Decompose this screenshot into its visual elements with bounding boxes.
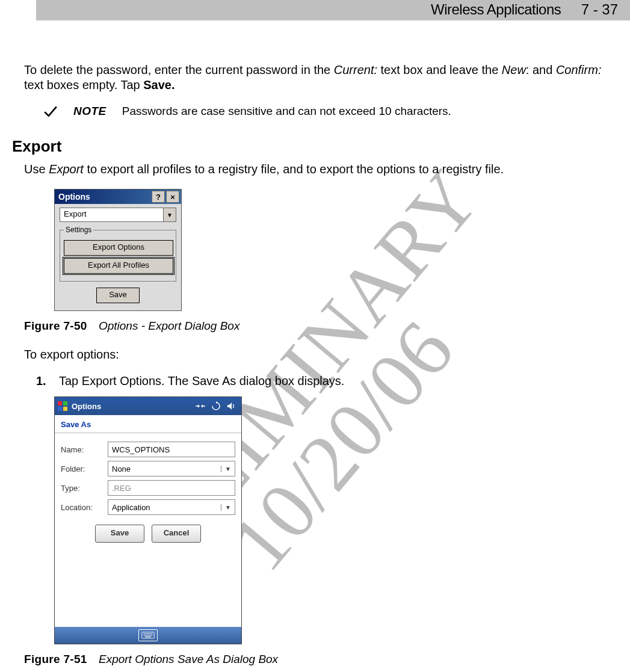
chevron-down-icon: ▼ bbox=[221, 504, 235, 511]
to-export-text: To export options: bbox=[24, 347, 606, 362]
check-icon bbox=[42, 103, 58, 119]
intro-paragraph: To delete the password, enter the curren… bbox=[24, 63, 606, 93]
type-field: .REG bbox=[108, 480, 235, 496]
saveas-save-button[interactable]: Save bbox=[95, 525, 144, 543]
note-text: Passwords are case sensitive and can not… bbox=[122, 105, 451, 118]
help-button[interactable]: ? bbox=[152, 191, 165, 203]
connectivity-icon[interactable] bbox=[194, 401, 206, 411]
svg-rect-2 bbox=[58, 407, 62, 411]
sync-icon[interactable] bbox=[210, 401, 222, 411]
combobox-value: Export bbox=[60, 208, 163, 221]
note-label: NOTE bbox=[73, 105, 107, 118]
svg-rect-1 bbox=[63, 401, 67, 405]
svg-rect-0 bbox=[58, 401, 62, 405]
page-header: Wireless Applications 7 - 37 bbox=[431, 0, 618, 18]
windows-flag-icon bbox=[57, 401, 68, 412]
settings-group: Settings Export Options Export All Profi… bbox=[60, 226, 176, 282]
figure-7-51-caption: Figure 7-51 Export Options Save As Dialo… bbox=[24, 653, 606, 666]
dialog-titlebar: Options ? × bbox=[55, 190, 181, 204]
volume-icon[interactable] bbox=[226, 401, 238, 411]
folder-label: Folder: bbox=[61, 464, 103, 473]
figure-7-50-caption: Figure 7-50 Options - Export Dialog Box bbox=[24, 319, 606, 333]
close-button[interactable]: × bbox=[166, 191, 179, 203]
export-options-button[interactable]: Export Options bbox=[64, 240, 173, 256]
save-as-dialog: Options Save As Name: WCS_OPT bbox=[54, 396, 242, 644]
export-paragraph: Use Export to export all profiles to a r… bbox=[24, 162, 606, 177]
folder-select[interactable]: None ▼ bbox=[108, 461, 235, 476]
saveas-topbar-title: Options bbox=[72, 402, 191, 411]
name-field[interactable]: WCS_OPTIONS bbox=[108, 442, 235, 457]
step-1: 1. Tap Export Options. The Save As dialo… bbox=[36, 374, 606, 388]
name-label: Name: bbox=[61, 445, 103, 454]
export-heading: Export bbox=[12, 137, 618, 156]
saveas-bottombar bbox=[55, 627, 241, 644]
svg-rect-3 bbox=[63, 407, 67, 411]
keyboard-icon[interactable] bbox=[138, 629, 158, 641]
type-label: Type: bbox=[61, 484, 103, 493]
export-all-profiles-button[interactable]: Export All Profiles bbox=[64, 258, 173, 274]
note-block: NOTE Passwords are case sensitive and ca… bbox=[42, 105, 606, 119]
location-select[interactable]: Application ▼ bbox=[108, 499, 235, 515]
dialog-title: Options bbox=[58, 192, 90, 202]
saveas-cancel-button[interactable]: Cancel bbox=[152, 525, 201, 543]
location-label: Location: bbox=[61, 503, 103, 512]
chevron-down-icon: ▼ bbox=[221, 466, 235, 472]
page-header-title: Wireless Applications bbox=[431, 1, 561, 17]
page-header-number: 7 - 37 bbox=[581, 1, 618, 17]
saveas-subtitle: Save As bbox=[55, 415, 241, 433]
options-export-dialog: Options ? × Export ▼ Settings Export Opt… bbox=[54, 189, 182, 311]
settings-legend: Settings bbox=[64, 226, 93, 234]
saveas-topbar: Options bbox=[55, 397, 241, 415]
chevron-down-icon: ▼ bbox=[163, 208, 176, 221]
save-button[interactable]: Save bbox=[96, 288, 140, 303]
category-combobox[interactable]: Export ▼ bbox=[60, 208, 176, 222]
